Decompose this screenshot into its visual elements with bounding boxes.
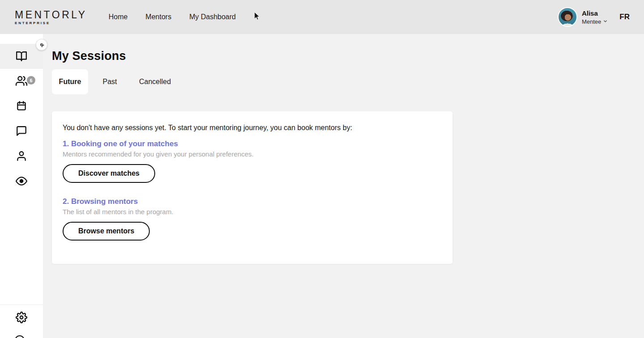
header-user-area: Alisa Mentee FR: [558, 7, 644, 27]
nav-mentors[interactable]: Mentors: [145, 0, 171, 34]
chevron-down-icon: [603, 18, 608, 25]
chat-icon: [16, 125, 27, 137]
empty-state-intro: You don't have any sessions yet. To star…: [63, 123, 442, 132]
top-nav-bar: MENTORLY ENTERPRISE Home Mentors My Dash…: [0, 0, 644, 34]
sidebar-item-messages[interactable]: [0, 118, 43, 144]
language-toggle[interactable]: FR: [619, 13, 630, 21]
role-label: Mentee: [582, 18, 601, 25]
sidebar-item-calendar[interactable]: [0, 93, 43, 118]
user-icon: [16, 150, 27, 162]
nav-home[interactable]: Home: [109, 0, 128, 34]
tab-past[interactable]: Past: [88, 69, 131, 94]
tab-cancelled[interactable]: Cancelled: [131, 69, 178, 94]
calendar-icon: [16, 100, 27, 112]
user-info: Alisa Mentee: [582, 9, 608, 25]
sidebar-item-settings[interactable]: [0, 305, 43, 330]
logo-subtitle: ENTERPRISE: [15, 21, 87, 25]
browse-mentors-button[interactable]: Browse mentors: [63, 222, 150, 241]
booking-option-browse: 2. Browsing mentors The list of all ment…: [63, 197, 442, 241]
main-nav: Home Mentors My Dashboard: [109, 0, 236, 34]
option-1-description: Mentors recommended for you given your p…: [63, 150, 442, 158]
settings-icon: [16, 312, 27, 323]
role-selector[interactable]: Mentee: [582, 18, 608, 25]
empty-state-card: You don't have any sessions yet. To star…: [52, 111, 453, 264]
users-icon: [16, 75, 27, 87]
discover-matches-button[interactable]: Discover matches: [63, 164, 155, 183]
user-name: Alisa: [582, 9, 608, 17]
partial-bottom-icon[interactable]: [15, 335, 25, 338]
collapse-chevrons-icon: [39, 42, 45, 48]
option-2-description: The list of all mentors in the program.: [63, 208, 442, 215]
book-open-icon: [16, 51, 27, 62]
session-tabs: Future Past Cancelled: [52, 69, 644, 94]
eye-icon: [16, 175, 27, 187]
sidebar-item-matches[interactable]: [0, 68, 43, 93]
option-2-heading: 2. Browsing mentors: [63, 197, 442, 206]
sidebar: 6: [0, 34, 43, 338]
nav-my-dashboard[interactable]: My Dashboard: [189, 0, 236, 34]
sidebar-item-profile[interactable]: [0, 144, 43, 169]
option-1-heading: 1. Booking one of your matches: [63, 139, 442, 148]
main-content: My Sessions Future Past Cancelled You do…: [43, 34, 644, 338]
sidebar-item-visibility[interactable]: [0, 169, 43, 194]
matches-count-badge: 6: [27, 76, 35, 84]
page-title: My Sessions: [52, 49, 644, 63]
sidebar-collapse-button[interactable]: [36, 39, 47, 51]
booking-option-matches: 1. Booking one of your matches Mentors r…: [63, 139, 442, 183]
logo[interactable]: MENTORLY ENTERPRISE: [15, 9, 87, 25]
avatar[interactable]: [558, 7, 577, 27]
tab-future[interactable]: Future: [52, 69, 88, 94]
logo-title: MENTORLY: [15, 9, 87, 20]
